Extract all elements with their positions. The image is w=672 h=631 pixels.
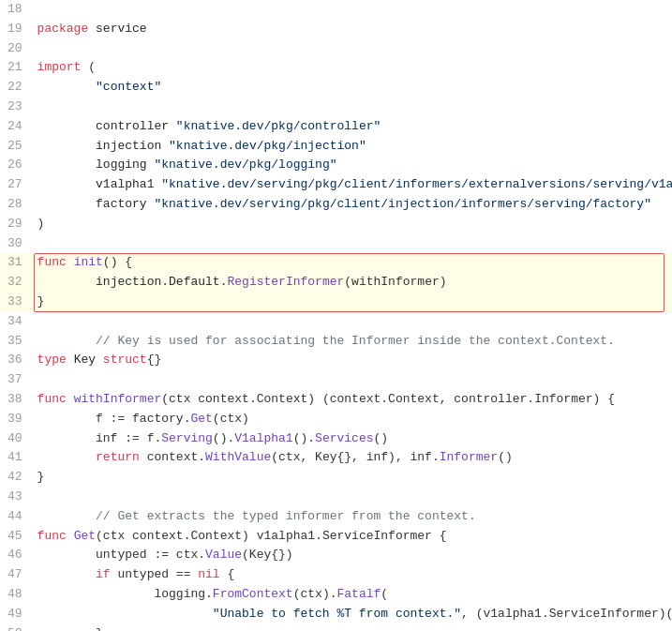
line-row: 41 return context.WithValue(ctx, Key{}, … <box>0 448 672 468</box>
line-number: 29 <box>0 215 37 234</box>
line-row: 30 <box>0 234 672 254</box>
line-row: 24 controller "knative.dev/pkg/controlle… <box>0 117 672 137</box>
line-number: 47 <box>0 565 37 585</box>
line-row: 45func Get(ctx context.Context) v1alpha1… <box>0 527 672 547</box>
line-row: 21import ( <box>0 58 672 78</box>
line-number: 32 <box>0 273 37 293</box>
line-row: 27 v1alpha1 "knative.dev/serving/pkg/cli… <box>0 175 672 195</box>
line-number: 42 <box>0 468 37 488</box>
line-number: 49 <box>0 605 37 624</box>
line-row: 49 "Unable to fetch %T from context.", (… <box>0 605 672 624</box>
line-row: 18 <box>0 0 672 20</box>
line-number: 31 <box>0 253 37 273</box>
code-lines: 1819package service2021import (22 "conte… <box>0 0 672 631</box>
line-row: 23 <box>0 98 672 117</box>
line-row: 22 "context" <box>0 78 672 98</box>
line-content <box>37 312 672 332</box>
line-number: 35 <box>0 332 37 352</box>
line-content: package service <box>37 20 672 39</box>
line-content: factory "knative.dev/serving/pkg/client/… <box>37 195 672 215</box>
line-number: 44 <box>0 507 37 527</box>
line-row: 34 <box>0 312 672 332</box>
line-row: 48 logging.FromContext(ctx).Fatalf( <box>0 585 672 605</box>
line-content: inf := f.Serving().V1alpha1().Services() <box>37 429 672 449</box>
line-content <box>37 0 672 20</box>
line-number: 28 <box>0 195 37 215</box>
line-number: 27 <box>0 175 37 195</box>
line-row: 36type Key struct{} <box>0 351 672 370</box>
line-number: 39 <box>0 410 37 429</box>
line-row: 35 // Key is used for associating the In… <box>0 332 672 352</box>
line-number: 41 <box>0 448 37 468</box>
line-content: // Key is used for associating the Infor… <box>37 332 672 352</box>
line-content <box>37 98 672 117</box>
line-row: 43 <box>0 488 672 507</box>
line-content <box>37 234 672 254</box>
line-number: 46 <box>0 546 37 565</box>
line-content: if untyped == nil { <box>37 565 672 585</box>
line-number: 26 <box>0 156 37 175</box>
line-row: 37 <box>0 370 672 390</box>
line-content: func withInformer(ctx context.Context) (… <box>37 390 672 410</box>
line-number: 20 <box>0 39 37 59</box>
line-number: 21 <box>0 58 37 78</box>
line-content <box>37 488 672 507</box>
line-content: logging.FromContext(ctx).Fatalf( <box>37 585 672 605</box>
line-row: 50 } <box>0 624 672 632</box>
line-content: "Unable to fetch %T from context.", (v1a… <box>37 605 672 624</box>
line-content: return context.WithValue(ctx, Key{}, inf… <box>37 448 672 468</box>
line-content: } <box>37 468 672 488</box>
line-number: 34 <box>0 312 37 332</box>
line-row: 38func withInformer(ctx context.Context)… <box>0 390 672 410</box>
line-content: } <box>37 293 672 312</box>
line-number: 40 <box>0 429 37 449</box>
line-number: 43 <box>0 488 37 507</box>
line-row: 33} <box>0 293 672 312</box>
line-content: f := factory.Get(ctx) <box>37 410 672 429</box>
line-number: 19 <box>0 20 37 39</box>
line-content <box>37 39 672 59</box>
line-content: v1alpha1 "knative.dev/serving/pkg/client… <box>37 175 672 195</box>
line-number: 38 <box>0 390 37 410</box>
line-content: import ( <box>37 58 672 78</box>
line-content: func Get(ctx context.Context) v1alpha1.S… <box>37 527 672 547</box>
line-row: 32 injection.Default.RegisterInformer(wi… <box>0 273 672 293</box>
line-row: 47 if untyped == nil { <box>0 565 672 585</box>
line-content: injection.Default.RegisterInformer(withI… <box>37 273 672 293</box>
line-number: 45 <box>0 527 37 547</box>
line-content: } <box>37 624 672 632</box>
line-content: controller "knative.dev/pkg/controller" <box>37 117 672 137</box>
code-container: 1819package service2021import (22 "conte… <box>0 0 672 631</box>
line-row: 31func init() { <box>0 253 672 273</box>
line-content: injection "knative.dev/pkg/injection" <box>37 137 672 157</box>
line-number: 50 <box>0 624 37 632</box>
line-content: ) <box>37 215 672 234</box>
line-row: 42} <box>0 468 672 488</box>
line-number: 37 <box>0 370 37 390</box>
line-row: 20 <box>0 39 672 59</box>
line-content: func init() { <box>37 253 672 273</box>
line-content: "context" <box>37 78 672 98</box>
line-content: type Key struct{} <box>37 351 672 370</box>
line-row: 40 inf := f.Serving().V1alpha1().Service… <box>0 429 672 449</box>
line-row: 26 logging "knative.dev/pkg/logging" <box>0 156 672 175</box>
line-number: 36 <box>0 351 37 370</box>
line-row: 44 // Get extracts the typed informer fr… <box>0 507 672 527</box>
line-number: 30 <box>0 234 37 254</box>
line-row: 29) <box>0 215 672 234</box>
line-number: 23 <box>0 98 37 117</box>
line-content: untyped := ctx.Value(Key{}) <box>37 546 672 565</box>
line-content: logging "knative.dev/pkg/logging" <box>37 156 672 175</box>
line-row: 25 injection "knative.dev/pkg/injection" <box>0 137 672 157</box>
line-row: 28 factory "knative.dev/serving/pkg/clie… <box>0 195 672 215</box>
line-content: // Get extracts the typed informer from … <box>37 507 672 527</box>
line-number: 33 <box>0 293 37 312</box>
line-number: 25 <box>0 137 37 157</box>
line-row: 19package service <box>0 20 672 39</box>
line-number: 18 <box>0 0 37 20</box>
line-number: 24 <box>0 117 37 137</box>
line-row: 39 f := factory.Get(ctx) <box>0 410 672 429</box>
line-row: 46 untyped := ctx.Value(Key{}) <box>0 546 672 565</box>
line-content <box>37 370 672 390</box>
line-number: 48 <box>0 585 37 605</box>
